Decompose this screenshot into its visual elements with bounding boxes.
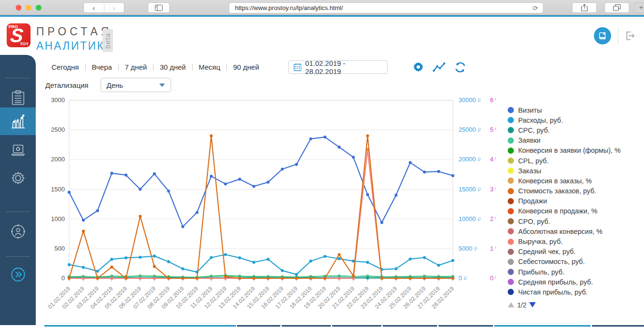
chevron-down-icon [159, 84, 165, 87]
book-icon [598, 32, 607, 40]
legend-item[interactable]: Заявки [508, 136, 641, 146]
legend-item-label: Расходы, руб. [518, 116, 563, 124]
sidebar-item-sites[interactable] [0, 137, 36, 164]
svg-text:3 %: 3 % [490, 186, 496, 193]
share-button[interactable] [572, 2, 597, 13]
legend-page-indicator: 1/2 [517, 301, 526, 309]
minimize-window-button[interactable] [26, 5, 31, 11]
sidebar-icon [155, 5, 163, 11]
legend-item[interactable]: Средний чек, руб. [508, 247, 641, 257]
nav-buttons: ‹ › [83, 2, 124, 13]
legend-item-label: Средний чек, руб. [518, 248, 576, 255]
back-button[interactable]: ‹ [84, 4, 104, 12]
svg-text:10000 ₽: 10000 ₽ [459, 215, 481, 222]
legend-item[interactable]: CPC, руб. [508, 125, 641, 135]
date-range-picker[interactable]: 01.02.2019 - 28.02.2019 [288, 60, 388, 74]
period-button[interactable]: 90 дней [227, 61, 266, 73]
legend-item-label: Продажи [518, 197, 547, 205]
legend-item[interactable]: Чистая прибыль, руб. [508, 287, 641, 297]
legend-item-label: Визиты [518, 106, 542, 114]
period-button[interactable]: 30 дней [153, 61, 192, 73]
legend-item[interactable]: Расходы, руб. [508, 115, 641, 125]
settings-icon[interactable] [412, 61, 424, 73]
legend-dot-icon [508, 269, 514, 275]
period-button[interactable]: 7 дней [119, 61, 153, 73]
legend-dot-icon [508, 208, 514, 214]
table-edge-segment [383, 325, 437, 327]
svg-text:20000 ₽: 20000 ₽ [459, 156, 481, 163]
logout-icon[interactable] [625, 31, 635, 41]
legend-item[interactable]: Средняя прибыль, руб. [508, 277, 641, 287]
period-buttons: СегодняВчера7 дней30 днейМесяц90 дней [45, 61, 266, 73]
legend-page-up-icon[interactable] [508, 302, 514, 307]
svg-text:2 %: 2 % [490, 215, 496, 222]
svg-text:25000 ₽: 25000 ₽ [459, 126, 481, 133]
legend-dot-icon [508, 239, 514, 245]
legend-item[interactable]: Конверсия в заказы, % [508, 176, 641, 186]
zoom-window-button[interactable] [36, 5, 41, 11]
sidebar-item-settings[interactable] [0, 165, 36, 191]
help-book-button[interactable] [594, 27, 611, 44]
svg-text:4 %: 4 % [490, 156, 496, 163]
legend-item[interactable]: Продажи [508, 196, 641, 206]
legend-page-down-icon[interactable] [529, 302, 536, 307]
app-title: ПРОСТАЯ АНАЛИТИКА [36, 25, 113, 53]
legend-item[interactable]: Заказы [508, 166, 641, 176]
legend-dot-icon [508, 178, 514, 184]
svg-text:0: 0 [61, 274, 65, 282]
sidebar-toggle-button[interactable] [148, 2, 170, 13]
logo-toy-text: TOY [20, 42, 29, 46]
laptop-gear-icon [10, 144, 26, 157]
period-button[interactable]: Месяц [193, 61, 226, 73]
period-button[interactable]: Сегодня [45, 61, 85, 73]
svg-text:5000 ₽: 5000 ₽ [459, 245, 478, 252]
address-bar[interactable]: https://www.prostoy.ru/lp/analytics.html… [229, 2, 543, 13]
sidebar-item-analytics[interactable] [0, 107, 36, 135]
svg-text:5 %: 5 % [490, 126, 496, 133]
legend-item[interactable]: Прибыль, руб. [508, 267, 641, 277]
legend-item[interactable]: Стоимость заказов, руб. [508, 186, 641, 196]
show-tabs-button[interactable] [604, 2, 629, 13]
refresh-icon[interactable] [454, 62, 466, 73]
legend-dot-icon [508, 198, 514, 204]
app-title-line1: ПРОСТАЯ [36, 25, 113, 38]
table-edge-segment [494, 325, 591, 327]
legend-item[interactable]: Себестоимость, руб. [508, 257, 641, 267]
legend-item-label: Себестоимость, руб. [518, 258, 585, 265]
bar-chart-icon [10, 114, 26, 129]
legend-dot-icon [508, 137, 514, 144]
legend-item[interactable]: CPO, руб. [508, 216, 641, 226]
legend-dot-icon [508, 289, 514, 295]
legend-item[interactable]: Выручка, руб. [508, 236, 641, 246]
legend-item-label: Абсолютная конверсия, % [518, 228, 603, 235]
tabs-icon [613, 4, 621, 11]
period-button[interactable]: Вчера [86, 61, 118, 73]
reload-icon[interactable]: ⟳ [528, 4, 543, 12]
legend-item[interactable]: Конверсия в заявки (формы), % [508, 146, 641, 156]
detail-select[interactable]: День [101, 78, 171, 92]
legend-item[interactable]: Абсолютная конверсия, % [508, 226, 641, 236]
sidebar-collapse-button[interactable] [0, 261, 36, 288]
legend-dot-icon [508, 168, 514, 174]
new-tab-button[interactable]: + [634, 2, 644, 13]
close-window-button[interactable] [16, 5, 21, 11]
legend-dot-icon [508, 249, 514, 255]
gear-icon [10, 170, 26, 186]
table-edge-segment [44, 325, 236, 327]
forward-button[interactable]: › [104, 4, 124, 12]
svg-text:1500: 1500 [51, 186, 65, 193]
table-edge-segment [282, 325, 331, 327]
sidebar-item-support[interactable] [0, 218, 36, 245]
trend-icon[interactable] [433, 62, 446, 73]
legend-item-label: CPC, руб. [518, 127, 550, 134]
logo[interactable]: PRO S TOY [7, 23, 31, 47]
svg-text:0 ₽: 0 ₽ [459, 274, 467, 282]
legend-item[interactable]: Визиты [508, 105, 641, 115]
table-top-edge [0, 325, 644, 327]
legend-item-label: Конверсия в заявки (формы), % [518, 147, 621, 154]
legend-item-label: Чистая прибыль, руб. [518, 288, 588, 296]
legend-item[interactable]: Конверсия в продажи, % [508, 206, 641, 216]
table-edge-segment [439, 325, 493, 327]
legend-item[interactable]: CPL, руб. [508, 156, 641, 166]
svg-text:1 %: 1 % [490, 245, 496, 252]
